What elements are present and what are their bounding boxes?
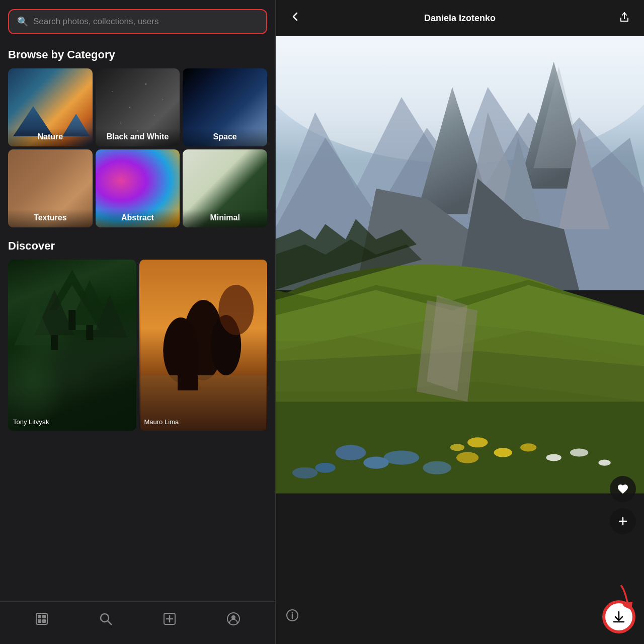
category-item-minimal[interactable]: Minimal bbox=[183, 149, 267, 227]
discover-section: Discover bbox=[0, 231, 275, 601]
sunset-svg bbox=[139, 260, 268, 431]
category-label-space: Space bbox=[183, 128, 267, 146]
category-label-abstract: Abstract bbox=[96, 209, 180, 227]
svg-rect-19 bbox=[42, 619, 46, 623]
svg-point-55 bbox=[494, 448, 512, 457]
photo-display bbox=[276, 36, 644, 595]
svg-rect-16 bbox=[38, 615, 41, 618]
svg-rect-8 bbox=[86, 325, 93, 340]
right-bottom-bar bbox=[276, 595, 644, 644]
discover-photo-pine[interactable]: Tony Litvyak bbox=[8, 260, 136, 431]
pine-svg bbox=[8, 260, 136, 431]
heart-button[interactable] bbox=[610, 476, 636, 502]
svg-point-52 bbox=[292, 467, 317, 478]
category-grid: Nature Black and White Space Textures bbox=[8, 68, 267, 227]
discover-photo-sunset[interactable]: Mauro Lima bbox=[139, 260, 268, 431]
search-icon: 🔍 bbox=[17, 16, 28, 27]
svg-point-60 bbox=[570, 448, 588, 456]
search-bar-container: 🔍 Search photos, collections, users bbox=[0, 0, 275, 40]
nav-home[interactable] bbox=[29, 609, 55, 632]
photo-author-title: Daniela Izotenko bbox=[424, 13, 496, 24]
action-buttons bbox=[610, 476, 636, 534]
home-icon bbox=[35, 612, 49, 629]
nav-profile[interactable] bbox=[220, 609, 247, 632]
share-button[interactable] bbox=[615, 9, 634, 27]
add-nav-icon bbox=[163, 612, 177, 629]
search-placeholder-text: Search photos, collections, users bbox=[33, 17, 158, 27]
info-button[interactable] bbox=[286, 609, 299, 625]
svg-point-26 bbox=[231, 615, 235, 619]
mountain-landscape-svg bbox=[276, 36, 644, 595]
svg-point-54 bbox=[467, 437, 488, 447]
nav-search[interactable] bbox=[93, 609, 119, 632]
svg-rect-7 bbox=[51, 335, 58, 350]
category-label-nature: Nature bbox=[8, 128, 93, 146]
category-label-bw: Black and White bbox=[96, 128, 180, 146]
search-bar[interactable]: 🔍 Search photos, collections, users bbox=[8, 9, 267, 34]
category-item-bw[interactable]: Black and White bbox=[96, 68, 180, 146]
profile-nav-icon bbox=[226, 612, 240, 629]
back-button[interactable] bbox=[286, 9, 305, 27]
category-item-textures[interactable]: Textures bbox=[8, 149, 93, 227]
bottom-nav bbox=[0, 601, 275, 644]
category-label-minimal: Minimal bbox=[183, 209, 267, 227]
search-nav-icon bbox=[99, 612, 113, 629]
add-to-collection-button[interactable] bbox=[610, 508, 636, 534]
right-header: Daniela Izotenko bbox=[276, 0, 644, 36]
svg-rect-18 bbox=[38, 619, 41, 623]
svg-rect-17 bbox=[42, 615, 46, 618]
category-label-textures: Textures bbox=[8, 209, 93, 227]
download-btn-wrapper bbox=[604, 602, 634, 632]
category-item-space[interactable]: Space bbox=[183, 68, 267, 146]
svg-rect-6 bbox=[68, 310, 75, 330]
svg-line-21 bbox=[108, 621, 112, 625]
svg-point-50 bbox=[315, 463, 335, 473]
svg-point-14 bbox=[218, 285, 254, 335]
browse-section: Browse by Category Nature Black and Whit… bbox=[0, 40, 275, 231]
svg-point-61 bbox=[598, 460, 610, 466]
svg-point-48 bbox=[336, 445, 366, 460]
photo-author-pine: Tony Litvyak bbox=[13, 418, 49, 426]
svg-point-68 bbox=[292, 612, 293, 614]
category-item-abstract[interactable]: Abstract bbox=[96, 149, 180, 227]
svg-point-20 bbox=[101, 614, 109, 622]
svg-point-53 bbox=[423, 461, 451, 474]
svg-point-59 bbox=[546, 454, 561, 461]
pine-photo-bg bbox=[8, 260, 136, 431]
discover-photos-grid: Tony Litvyak bbox=[8, 260, 267, 431]
svg-point-56 bbox=[456, 452, 478, 463]
svg-point-51 bbox=[384, 450, 420, 464]
right-panel: Daniela Izotenko bbox=[276, 0, 644, 644]
browse-title: Browse by Category bbox=[8, 48, 267, 61]
photo-author-sunset: Mauro Lima bbox=[144, 418, 179, 426]
svg-point-11 bbox=[163, 317, 198, 383]
discover-title: Discover bbox=[8, 239, 267, 253]
nav-add[interactable] bbox=[156, 609, 183, 632]
svg-point-58 bbox=[450, 444, 464, 451]
sunset-photo-bg bbox=[139, 260, 268, 431]
svg-point-57 bbox=[520, 443, 536, 451]
left-panel: 🔍 Search photos, collections, users Brow… bbox=[0, 0, 276, 644]
category-item-nature[interactable]: Nature bbox=[8, 68, 93, 146]
